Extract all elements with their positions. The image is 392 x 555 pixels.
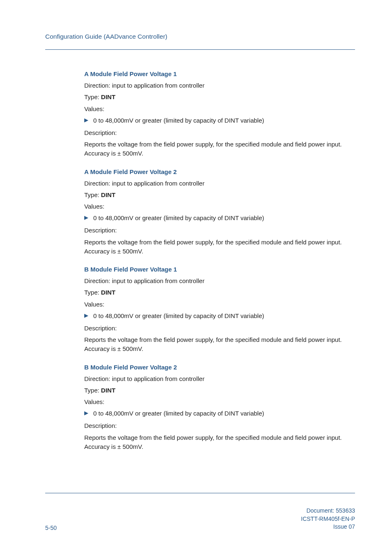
description-body: Reports the voltage from the field power… [84,335,355,353]
values-label: Values: [84,104,355,114]
bullet-text: 0 to 48,000mV or greater (limited by cap… [93,311,264,320]
section-a1: A Module Field Power Voltage 1 Direction… [45,70,355,158]
description-body: Reports the voltage from the field power… [84,433,355,451]
footer-pub: ICSTT-RM405f-EN-P [301,515,355,523]
type-value: DINT [101,191,115,198]
section-b1: B Module Field Power Voltage 1 Direction… [45,265,355,354]
triangle-right-icon: ▶ [84,116,88,124]
section-heading: A Module Field Power Voltage 1 [84,70,355,79]
description-body: Reports the voltage from the field power… [84,140,355,158]
type-prefix: Type: [84,289,101,296]
page-footer: 5-50 Document: 553633 ICSTT-RM405f-EN-P … [45,507,355,531]
bullet-text: 0 to 48,000mV or greater (limited by cap… [93,116,264,125]
values-label: Values: [84,300,355,309]
triangle-right-icon: ▶ [84,409,88,417]
values-label: Values: [84,202,355,211]
bullet-item: ▶ 0 to 48,000mV or greater (limited by c… [84,311,355,320]
bullet-item: ▶ 0 to 48,000mV or greater (limited by c… [84,116,355,125]
section-heading: B Module Field Power Voltage 2 [84,363,355,372]
section-b2: B Module Field Power Voltage 2 Direction… [45,363,355,452]
type-prefix: Type: [84,191,101,198]
direction-line: Direction: input to application from con… [84,276,355,286]
type-line: Type: DINT [84,288,355,297]
type-prefix: Type: [84,93,101,100]
type-value: DINT [101,93,115,100]
page-header: Configuration Guide (AADvance Controller… [45,33,355,50]
type-prefix: Type: [84,387,101,394]
bullet-item: ▶ 0 to 48,000mV or greater (limited by c… [84,214,355,223]
section-heading: A Module Field Power Voltage 2 [84,167,355,176]
type-line: Type: DINT [84,190,355,200]
direction-line: Direction: input to application from con… [84,81,355,90]
type-value: DINT [101,387,115,394]
section-heading: B Module Field Power Voltage 1 [84,265,355,274]
bullet-text: 0 to 48,000mV or greater (limited by cap… [93,409,264,418]
description-label: Description: [84,128,355,137]
direction-line: Direction: input to application from con… [84,374,355,383]
type-line: Type: DINT [84,386,355,395]
footer-right: Document: 553633 ICSTT-RM405f-EN-P Issue… [301,507,355,531]
header-title: Configuration Guide (AADvance Controller… [45,33,167,40]
bullet-text: 0 to 48,000mV or greater (limited by cap… [93,214,264,223]
direction-line: Direction: input to application from con… [84,179,355,188]
values-label: Values: [84,397,355,406]
section-a2: A Module Field Power Voltage 2 Direction… [45,167,355,256]
description-label: Description: [84,421,355,430]
footer-doc: Document: 553633 [301,507,355,515]
bullet-item: ▶ 0 to 48,000mV or greater (limited by c… [84,409,355,418]
footer-rule [45,493,355,493]
description-label: Description: [84,226,355,235]
footer-page-number: 5-50 [45,525,57,531]
description-label: Description: [84,324,355,333]
triangle-right-icon: ▶ [84,214,88,222]
triangle-right-icon: ▶ [84,311,88,320]
footer-issue: Issue 07 [301,523,355,531]
type-line: Type: DINT [84,93,355,102]
description-body: Reports the voltage from the field power… [84,238,355,256]
type-value: DINT [101,289,115,296]
